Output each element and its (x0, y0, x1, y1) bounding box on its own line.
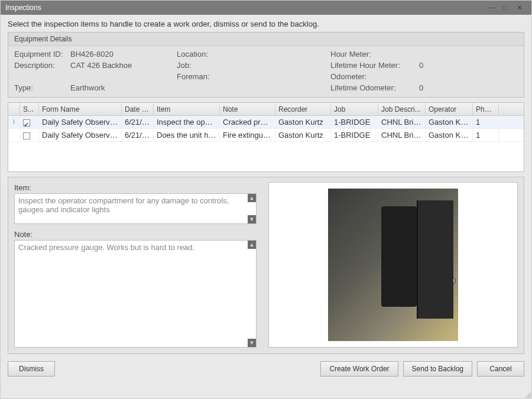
col-photos[interactable]: Photos (473, 103, 499, 116)
row-handle[interactable] (8, 129, 20, 142)
col-date[interactable]: Date R... (122, 103, 154, 116)
row-form: Daily Safety Observa... (39, 116, 122, 129)
note-textarea[interactable]: Cracked pressure gauge. Works but is har… (14, 240, 257, 348)
value-location (236, 50, 330, 59)
value-job (236, 61, 330, 70)
label-foreman: Foreman: (177, 72, 236, 81)
col-operator[interactable]: Operator (426, 103, 473, 116)
gauges-graphic (420, 277, 456, 284)
scroll-down-icon[interactable]: ▼ (248, 339, 256, 347)
maximize-icon[interactable]: □ (498, 4, 512, 12)
row-date: 6/21/2... (122, 129, 154, 142)
scroll-down-icon[interactable]: ▼ (248, 215, 256, 223)
value-equipment-id: BH426-8020 (70, 50, 177, 59)
row-select[interactable] (20, 129, 39, 142)
value-lifetime-odometer: 0 (419, 83, 443, 92)
spacer (60, 361, 316, 377)
row-operator: Gaston Kurtz (426, 116, 473, 129)
label-equipment-id: Equipment ID: (14, 50, 70, 59)
row-jobdesc: CHNL Bridge (378, 129, 426, 142)
col-recorder[interactable]: Recorder (275, 103, 331, 116)
item-textarea[interactable]: Inspect the operator compartment for any… (14, 193, 257, 224)
row-note: Fire extinguish... (220, 129, 275, 142)
inspection-grid[interactable]: S... Form Name Date R... Item Note Recor… (8, 102, 524, 172)
row-date: 6/21/2... (122, 116, 154, 129)
value-hour-meter (419, 50, 443, 59)
detail-left: Item: Inspect the operator compartment f… (14, 182, 257, 348)
value-odometer (419, 72, 443, 81)
note-label: Note: (14, 230, 257, 239)
scroll-up-icon[interactable]: ▲ (248, 194, 256, 202)
blank4 (236, 83, 330, 92)
table-row[interactable]: Daily Safety Observa... 6/21/2... Does t… (8, 129, 524, 142)
titlebar: Inspections — □ ✕ (1, 1, 531, 15)
col-handle[interactable] (8, 103, 20, 116)
blank1 (14, 72, 70, 81)
item-label: Item: (14, 183, 257, 192)
warning-label-graphic (421, 242, 439, 267)
col-note[interactable]: Note (220, 103, 275, 116)
checkbox-icon[interactable] (23, 132, 30, 140)
inspection-photo (328, 189, 458, 341)
col-jobdesc[interactable]: Job Descri... (378, 103, 426, 116)
row-item: Does the unit hav... (154, 129, 220, 142)
row-operator: Gaston Kurtz (426, 129, 473, 142)
value-foreman (236, 72, 330, 81)
label-odometer: Odometer: (330, 72, 419, 81)
blank2 (70, 72, 177, 81)
window-title: Inspections (5, 4, 484, 12)
item-text: Inspect the operator compartment for any… (18, 196, 229, 214)
note-text: Cracked pressure gauge. Works but is har… (18, 243, 194, 252)
close-icon[interactable]: ✕ (512, 4, 527, 12)
label-location: Location: (177, 50, 236, 59)
create-work-order-button[interactable]: Create Work Order (320, 361, 398, 377)
send-to-backlog-button[interactable]: Send to Backlog (403, 361, 472, 377)
row-recorder: Gaston Kurtz (275, 129, 331, 142)
cancel-button[interactable]: Cancel (477, 361, 524, 377)
row-jobdesc: CHNL Bridge (378, 116, 426, 129)
value-description: CAT 426 Backhoe (70, 61, 177, 70)
row-photos: 1 (473, 116, 499, 129)
equipment-body: Equipment ID: BH426-8020 Location: Hour … (8, 46, 524, 97)
photo-viewer[interactable] (268, 182, 518, 348)
col-form[interactable]: Form Name (39, 103, 122, 116)
row-job: 1-BRIDGE (331, 129, 378, 142)
col-select[interactable]: S... (20, 103, 39, 116)
label-type: Type: (14, 83, 70, 92)
row-item: Inspect the operat... (154, 116, 220, 129)
row-note: Cracked press... (220, 116, 275, 129)
row-recorder: Gaston Kurtz (275, 116, 331, 129)
inspections-window: Inspections — □ ✕ Select the inspection … (0, 0, 532, 399)
row-select[interactable] (20, 116, 39, 129)
table-row[interactable]: I Daily Safety Observa... 6/21/2... Insp… (8, 116, 524, 129)
footer: Dismiss Create Work Order Send to Backlo… (1, 359, 531, 382)
blank3 (177, 83, 236, 92)
grid-header: S... Form Name Date R... Item Note Recor… (8, 103, 524, 116)
label-job: Job: (177, 61, 236, 70)
row-form: Daily Safety Observa... (39, 129, 122, 142)
row-handle[interactable]: I (8, 116, 20, 129)
instruction-text: Select the inspection items to handle to… (1, 15, 531, 32)
value-type: Earthwork (70, 83, 177, 92)
checkbox-icon[interactable] (23, 119, 30, 126)
label-description: Description: (14, 61, 70, 70)
resize-grip-icon[interactable] (524, 391, 531, 398)
minimize-icon[interactable]: — (484, 4, 498, 12)
col-item[interactable]: Item (154, 103, 220, 116)
dismiss-button[interactable]: Dismiss (8, 361, 55, 377)
value-lifetime-hour-meter: 0 (419, 61, 443, 70)
row-photos: 1 (473, 129, 499, 142)
scroll-up-icon[interactable]: ▲ (248, 241, 256, 249)
col-job[interactable]: Job (331, 103, 378, 116)
row-job: 1-BRIDGE (331, 116, 378, 129)
equipment-panel: Equipment Details Equipment ID: BH426-80… (8, 32, 524, 98)
equipment-header: Equipment Details (8, 33, 524, 46)
label-lifetime-odometer: Lifetime Odometer: (330, 83, 419, 92)
label-hour-meter: Hour Meter: (330, 50, 419, 59)
label-lifetime-hour-meter: Lifetime Hour Meter: (330, 61, 419, 70)
detail-panel: Item: Inspect the operator compartment f… (8, 177, 524, 354)
